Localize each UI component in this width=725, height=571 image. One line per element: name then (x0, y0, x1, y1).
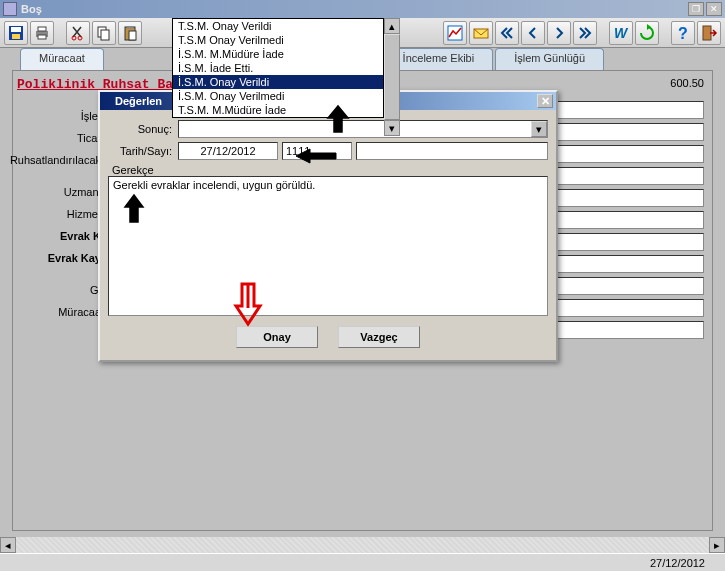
mail-button[interactable] (469, 21, 493, 45)
nav-first-button[interactable] (495, 21, 519, 45)
copy-button[interactable] (92, 21, 116, 45)
dropdown-item[interactable]: T.S.M. M.Müdüre İade (173, 103, 383, 117)
svg-rect-4 (38, 27, 46, 31)
tab-muracaat[interactable]: Müracaat (20, 48, 104, 70)
dropdown-scrollbar[interactable]: ▴ ▾ (384, 18, 400, 136)
label-evrak-kay: Evrak Kay (13, 247, 103, 269)
dropdown-item[interactable]: İ.S.M. Onay Verildi (173, 75, 383, 89)
window-restore-button[interactable]: ❐ (688, 2, 704, 16)
label-ruhsat: Ruhsatlandırılacak (0, 149, 103, 171)
svg-rect-5 (38, 35, 46, 39)
dropdown-item[interactable]: T.S.M. Onay Verildi (173, 19, 383, 33)
page-number: 600.50 (670, 77, 704, 89)
form-labels: İşlet Ticar Ruhsatlandırılacak Uzmanl Hi… (13, 105, 103, 323)
status-bar: 27/12/2012 (0, 553, 725, 571)
sonuc-dropdown-list[interactable]: T.S.M. Onay VerildiT.S.M Onay Verilmediİ… (172, 18, 384, 118)
combo-dropdown-button[interactable]: ▾ (531, 121, 547, 137)
nav-prev-button[interactable] (521, 21, 545, 45)
print-button[interactable] (30, 21, 54, 45)
tarih-input[interactable] (178, 142, 278, 160)
gerekce-textarea[interactable] (108, 176, 548, 316)
label-uzmanl: Uzmanl (13, 181, 103, 203)
save-button[interactable] (4, 21, 28, 45)
svg-text:?: ? (678, 25, 688, 42)
scroll-left-button[interactable]: ◂ (0, 537, 16, 553)
sonuc-combo[interactable]: ▾ (178, 120, 548, 138)
svg-rect-2 (12, 34, 20, 39)
horizontal-scrollbar[interactable]: ◂ ▸ (0, 537, 725, 553)
dropdown-item[interactable]: İ.S.M. İade Etti. (173, 61, 383, 75)
svg-rect-1 (11, 27, 21, 32)
svg-rect-12 (129, 31, 136, 40)
status-date: 27/12/2012 (650, 557, 705, 569)
dropdown-item[interactable]: T.S.M Onay Verilmedi (173, 33, 383, 47)
tarih-label: Tarih/Sayı: (108, 145, 178, 157)
svg-rect-9 (101, 30, 109, 40)
help-button[interactable]: ? (671, 21, 695, 45)
cut-button[interactable] (66, 21, 90, 45)
sonuc-label: Sonuç: (108, 123, 178, 135)
paste-button[interactable] (118, 21, 142, 45)
dialog-icon (103, 95, 115, 107)
nav-next-button[interactable] (547, 21, 571, 45)
scroll-right-button[interactable]: ▸ (709, 537, 725, 553)
refresh-button[interactable] (635, 21, 659, 45)
dd-scroll-thumb[interactable] (384, 34, 400, 120)
tab-islem-gunlugu[interactable]: İşlem Günlüğü (495, 48, 604, 70)
label-hizmet: Hizmet (13, 203, 103, 225)
nav-last-button[interactable] (573, 21, 597, 45)
chart-button[interactable] (443, 21, 467, 45)
exit-button[interactable] (697, 21, 721, 45)
scroll-track[interactable] (16, 537, 709, 553)
svg-rect-17 (703, 26, 711, 40)
label-islet: İşlet (13, 105, 103, 127)
w-button[interactable]: W (609, 21, 633, 45)
dropdown-item[interactable]: İ.S.M. M.Müdüre İade (173, 47, 383, 61)
label-evrak-k: Evrak K (13, 225, 103, 247)
window-titlebar: Boş ❐ ✕ (0, 0, 725, 18)
dd-scroll-up[interactable]: ▴ (384, 18, 400, 34)
sayi-extra-field[interactable] (356, 142, 548, 160)
label-ticar: Ticar (13, 127, 103, 149)
label-gi: Gi (13, 279, 103, 301)
gerekce-label: Gerekçe (108, 162, 548, 176)
onay-button[interactable]: Onay (236, 326, 318, 348)
dropdown-item[interactable]: İ.S.M. Onay Verilmedi (173, 89, 383, 103)
app-icon (3, 2, 17, 16)
svg-text:W: W (614, 25, 629, 41)
dialog-close-button[interactable]: ✕ (537, 94, 553, 108)
dd-scroll-down[interactable]: ▾ (384, 120, 400, 136)
window-title: Boş (21, 3, 686, 15)
window-close-button[interactable]: ✕ (706, 2, 722, 16)
vazgec-button[interactable]: Vazgeç (338, 326, 420, 348)
degerlen-dialog: Değerlen ✕ Sonuç: ▾ Tarih/Sayı: Gerekçe … (98, 90, 558, 362)
label-muracaa: Müracaa (13, 301, 103, 323)
sayi-input[interactable] (282, 142, 352, 160)
svg-rect-11 (127, 26, 133, 29)
